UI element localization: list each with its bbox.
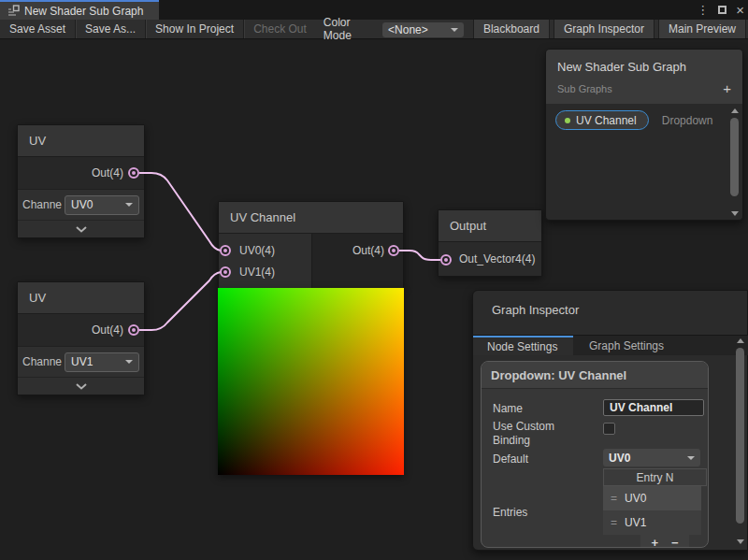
uv-channel-preview-gradient [218,288,404,475]
chevron-down-icon [76,383,87,390]
use-custom-binding-label: Use Custom Binding [493,420,579,448]
main-preview-toggle-button[interactable]: Main Preview [658,20,746,38]
uv-channel-out-port[interactable] [388,245,399,256]
uv-channel-out-label: Out(4) [312,234,403,288]
kebab-menu-icon[interactable]: ⋮ [697,4,709,16]
dropdown-section-title: Dropdown: UV Channel [482,362,708,389]
tab-graph-settings[interactable]: Graph Settings [573,336,680,355]
uv-node-2-out-label: Out(4) [18,314,144,346]
scrollbar-thumb[interactable] [730,118,739,196]
drag-handle-icon[interactable]: = [611,492,617,505]
uv-channel-input-uv0-port[interactable] [220,245,231,256]
inspector-scrollbar[interactable] [734,336,746,547]
output-node-port-label: Out_Vector4(4) [439,242,541,276]
uv-node-1-channel-label: Channe [22,198,62,211]
graph-canvas[interactable]: UV Out(4) Channe UV0 UV Out(4) Channe [0,39,748,560]
scroll-down-icon[interactable] [731,211,739,216]
chevron-down-icon [125,203,133,207]
entry-row-uv1[interactable]: = UV1 [603,510,701,535]
uv-node-1-title[interactable]: UV [18,125,144,157]
use-custom-binding-checkbox[interactable] [603,423,615,435]
add-entry-button[interactable]: + [651,536,658,549]
close-icon[interactable]: × [736,3,744,17]
maximize-icon[interactable] [718,6,726,14]
uv-node-2-channel-label: Channe [22,355,62,368]
drag-handle-icon[interactable]: = [611,516,617,529]
remove-entry-button[interactable]: − [671,536,679,549]
uv-channel-input-uv0-label: UV0(4) [219,239,311,261]
scroll-down-icon[interactable] [737,539,744,544]
toolbar: Save Asset Save As... Show In Project Ch… [0,20,748,39]
color-mode-label: Color Mode [316,20,382,38]
graph-inspector-panel[interactable]: Graph Inspector Node Settings Graph Sett… [472,290,748,551]
exposed-dot-icon [565,118,570,123]
chevron-down-icon [451,28,458,32]
uv-node-2-channel-dropdown[interactable]: UV1 [65,352,139,372]
entry-list-footer: + − [640,535,689,548]
uv-channel-node[interactable]: UV Channel UV0(4) UV1(4) Out(4) [218,201,404,289]
uv-node-1-out-label: Out(4) [18,157,144,189]
uv-node-2-channel-row: Channe UV1 [18,346,144,377]
uv-node-2-out-port[interactable] [128,324,139,336]
entry-list-header: Entry N [603,468,707,486]
blackboard-content: UV Channel Dropdown [546,104,742,221]
blackboard-subtitle: Sub Graphs [557,83,723,94]
color-mode-value: <None> [388,23,451,36]
tab-node-settings[interactable]: Node Settings [473,336,573,355]
scroll-up-icon[interactable] [731,108,739,113]
show-in-project-button[interactable]: Show In Project [146,20,244,38]
chevron-down-icon [687,456,695,460]
inspector-body: Dropdown: UV Channel Name Use Custom Bin… [473,355,748,550]
uv-node-1-channel-dropdown[interactable]: UV0 [65,195,139,215]
name-label: Name [493,402,523,415]
uv-channel-input-uv1-port[interactable] [220,266,231,278]
name-input[interactable] [603,399,704,416]
color-mode-dropdown[interactable]: <None> [382,22,464,37]
scrollbar-track[interactable] [730,116,739,208]
uv-node-2-collapse-button[interactable] [18,377,144,395]
scrollbar-track[interactable] [736,346,744,537]
entries-label: Entries [493,506,527,519]
output-node[interactable]: Output Out_Vector4(4) [438,209,542,277]
uv-channel-property-pill[interactable]: UV Channel [555,110,649,130]
window-controls: ⋮ × [697,0,744,20]
uv-node-1-channel-row: Channe UV0 [18,189,144,220]
uv-channel-inputs: UV0(4) UV1(4) [219,234,312,288]
output-node-title[interactable]: Output [439,210,541,242]
blackboard-header: New Shader Sub Graph Sub Graphs + [546,50,742,104]
save-asset-button[interactable]: Save Asset [0,20,76,38]
blackboard-title: New Shader Sub Graph [557,60,731,74]
uv-node-2[interactable]: UV Out(4) Channe UV1 [17,281,145,395]
default-label: Default [493,452,528,466]
uv-node-1-collapse-button[interactable] [18,220,144,237]
uv-channel-input-uv1-label: UV1(4) [219,261,311,282]
graph-inspector-title: Graph Inspector [473,291,747,317]
inspector-tabs: Node Settings Graph Settings [473,335,748,355]
add-property-button[interactable]: + [723,81,731,95]
scrollbar-thumb[interactable] [736,348,744,524]
uv-node-1[interactable]: UV Out(4) Channe UV0 [17,124,145,238]
property-type-label: Dropdown [662,114,713,127]
dropdown-settings-box: Dropdown: UV Channel Name Use Custom Bin… [481,361,709,548]
output-node-in-port[interactable] [440,254,452,266]
default-dropdown[interactable]: UV0 [603,449,700,467]
blackboard-property-row[interactable]: UV Channel Dropdown [546,104,742,136]
blackboard-toggle-button[interactable]: Blackboard [473,20,550,38]
chevron-down-icon [76,226,87,233]
graph-inspector-toggle-button[interactable]: Graph Inspector [554,20,654,38]
save-as-button[interactable]: Save As... [76,20,146,38]
chevron-down-icon [125,360,133,364]
uv-channel-node-body: UV0(4) UV1(4) Out(4) [219,234,403,288]
uv-channel-node-title[interactable]: UV Channel [219,202,403,234]
scroll-up-icon[interactable] [737,338,744,343]
uv-node-2-title[interactable]: UV [18,282,144,314]
document-tab-title: New Shader Sub Graph [24,5,143,18]
uv-node-1-out-port[interactable] [128,167,139,179]
entry-row-uv0[interactable]: = UV0 [603,486,701,510]
check-out-button: Check Out [244,20,316,38]
subgraph-icon [7,5,20,17]
blackboard-panel[interactable]: New Shader Sub Graph Sub Graphs + UV Cha… [545,49,743,221]
blackboard-scrollbar[interactable] [728,106,741,219]
shader-graph-window: New Shader Sub Graph ⋮ × Save Asset Save… [0,0,748,560]
document-tab[interactable]: New Shader Sub Graph [0,0,159,20]
